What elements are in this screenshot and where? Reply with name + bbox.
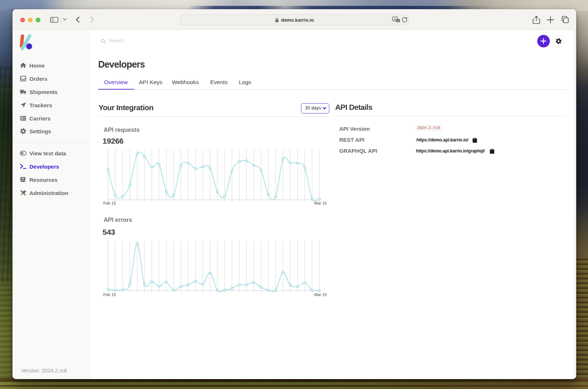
svg-text:A: A <box>394 17 397 21</box>
